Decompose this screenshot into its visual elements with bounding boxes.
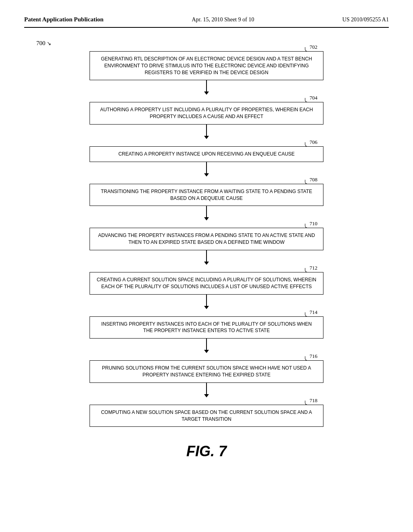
ref-714-row: 714: [90, 309, 323, 316]
step-714-box: INSERTING PROPERTY INSTANCES INTO EACH O…: [90, 316, 323, 339]
step-712-text: CREATING A CURRENT SOLUTION SPACE INCLUD…: [97, 277, 317, 289]
ref-708-row: 708: [90, 177, 323, 183]
step-704-block: AUTHORING A PROPERTY LIST INCLUDING A PL…: [90, 102, 323, 125]
arrow-head: [204, 306, 209, 309]
connector-712-714: [204, 295, 209, 309]
arrow-line: [206, 250, 207, 262]
ref-702-row: 702: [90, 44, 323, 50]
header-date-sheet: Apr. 15, 2010 Sheet 9 of 10: [192, 17, 254, 23]
page: Patent Application Publication Apr. 15, …: [0, 0, 413, 532]
step-702-text: GENERATING RTL DESCRIPTION OF AN ELECTRO…: [101, 56, 312, 75]
connector-710-712: [204, 250, 209, 265]
header-patent-number: US 2010/095255 A1: [342, 17, 389, 23]
step-702-box: GENERATING RTL DESCRIPTION OF AN ELECTRO…: [90, 51, 323, 80]
step-704-text: AUTHORING A PROPERTY LIST INCLUDING A PL…: [100, 107, 313, 119]
step-704-box: AUTHORING A PROPERTY LIST INCLUDING A PL…: [90, 102, 323, 125]
arrow-line: [206, 125, 207, 136]
arrow-line: [206, 383, 207, 394]
arrow-line: [206, 339, 207, 350]
ref-716-row: 716: [90, 353, 323, 360]
step-718-box: COMPUTING A NEW SOLUTION SPACE BASED ON …: [90, 405, 323, 427]
step-718-text: COMPUTING A NEW SOLUTION SPACE BASED ON …: [101, 409, 312, 422]
arrow-head: [204, 173, 209, 177]
ref-704: 704: [310, 95, 318, 101]
ref-702: 702: [310, 44, 318, 50]
connector-704-706: [204, 125, 209, 139]
ref-706-row: 706: [90, 139, 323, 145]
step-716-box: PRUNING SOLUTIONS FROM THE CURRENT SOLUT…: [90, 360, 323, 383]
arrow-head: [204, 394, 209, 397]
step-714-block: INSERTING PROPERTY INSTANCES INTO EACH O…: [90, 316, 323, 339]
step-706-block: CREATING A PROPERTY INSTANCE UPON RECEIV…: [90, 146, 323, 162]
arrow-line: [206, 80, 207, 91]
arrow-head: [204, 350, 209, 353]
arrow-head: [204, 262, 209, 265]
step-714-text: INSERTING PROPERTY INSTANCES INTO EACH O…: [101, 321, 312, 334]
ref-712: 712: [310, 265, 318, 271]
step-706-box: CREATING A PROPERTY INSTANCE UPON RECEIV…: [90, 146, 323, 162]
step-710-block: ADVANCING THE PROPERTY INSTANCES FROM A …: [90, 228, 323, 250]
arrow-line: [206, 295, 207, 306]
figure-label-700: 700 ↘: [36, 40, 51, 47]
arrow-head: [204, 136, 209, 139]
ref-710-row: 710: [90, 220, 323, 227]
ref-714: 714: [310, 309, 318, 316]
diagram-container: 700 ↘ 702 GENERATING RTL DESCRIPTION OF …: [24, 40, 389, 460]
step-712-box: CREATING A CURRENT SOLUTION SPACE INCLUD…: [90, 272, 323, 295]
ref-706: 706: [310, 139, 318, 145]
header-publication-label: Patent Application Publication: [24, 16, 104, 23]
figure-caption: FIG. 7: [186, 443, 227, 460]
arrow-head: [204, 91, 209, 95]
step-712-block: CREATING A CURRENT SOLUTION SPACE INCLUD…: [90, 272, 323, 295]
arrow-line: [206, 206, 207, 217]
header: Patent Application Publication Apr. 15, …: [24, 16, 389, 23]
connector-716-718: [204, 383, 209, 397]
connector-708-710: [204, 206, 209, 220]
step-708-box: TRANSITIONING THE PROPERTY INSTANCE FROM…: [90, 184, 323, 206]
connector-702-704: [204, 80, 209, 95]
step-702-block: GENERATING RTL DESCRIPTION OF AN ELECTRO…: [90, 51, 323, 80]
arrow-line: [206, 162, 207, 173]
step-710-box: ADVANCING THE PROPERTY INSTANCES FROM A …: [90, 228, 323, 250]
ref-704-row: 704: [90, 95, 323, 101]
step-716-text: PRUNING SOLUTIONS FROM THE CURRENT SOLUT…: [102, 365, 311, 378]
ref-710: 710: [310, 220, 318, 227]
connector-706-708: [204, 162, 209, 177]
ref-712-row: 712: [90, 265, 323, 271]
step-718-block: COMPUTING A NEW SOLUTION SPACE BASED ON …: [90, 405, 323, 427]
flow-wrapper: 702 GENERATING RTL DESCRIPTION OF AN ELE…: [90, 44, 323, 427]
ref-718: 718: [310, 397, 318, 404]
connector-714-716: [204, 339, 209, 353]
ref-718-row: 718: [90, 397, 323, 404]
step-708-text: TRANSITIONING THE PROPERTY INSTANCE FROM…: [101, 189, 312, 201]
step-708-block: TRANSITIONING THE PROPERTY INSTANCE FROM…: [90, 184, 323, 206]
ref-708: 708: [310, 177, 318, 183]
step-710-text: ADVANCING THE PROPERTY INSTANCES FROM A …: [98, 233, 315, 245]
step-706-text: CREATING A PROPERTY INSTANCE UPON RECEIV…: [118, 151, 294, 157]
step-716-block: PRUNING SOLUTIONS FROM THE CURRENT SOLUT…: [90, 360, 323, 383]
ref-716: 716: [310, 353, 318, 360]
arrow-head: [204, 217, 209, 220]
header-divider: [24, 27, 389, 28]
